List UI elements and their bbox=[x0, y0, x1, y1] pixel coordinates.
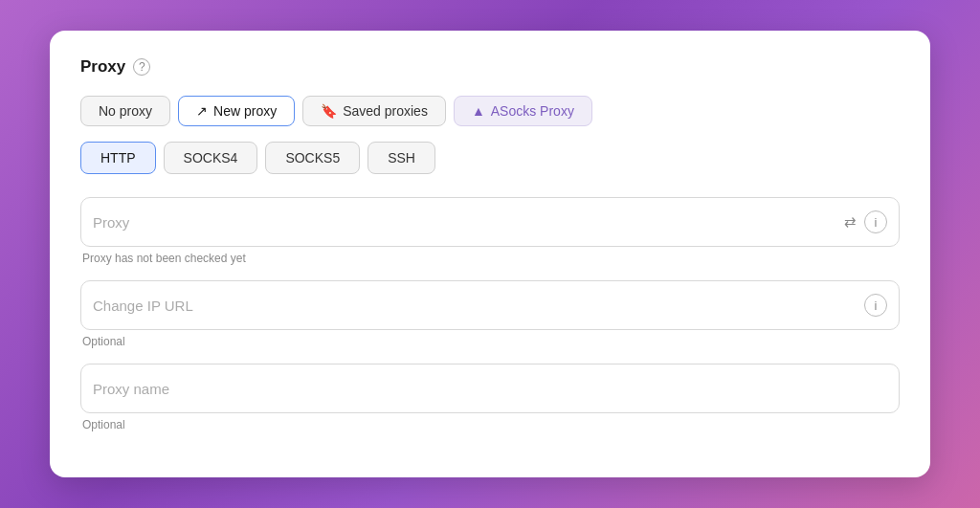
bookmark-icon: 🔖 bbox=[321, 103, 337, 119]
proxy-input[interactable] bbox=[93, 214, 844, 231]
tab-socks5[interactable]: SOCKS5 bbox=[265, 142, 360, 174]
tab-socks4[interactable]: SOCKS4 bbox=[164, 142, 258, 174]
tab-asocks-proxy[interactable]: ▲ ASocks Proxy bbox=[454, 96, 592, 126]
proxy-field-group: ⇄ i Proxy has not been checked yet bbox=[80, 197, 900, 265]
change-ip-input[interactable] bbox=[93, 298, 864, 314]
change-ip-field-group: i Optional bbox=[80, 280, 900, 348]
change-ip-info-icon[interactable]: i bbox=[864, 294, 887, 317]
proxy-name-field-group: Optional bbox=[80, 364, 900, 431]
tab-http[interactable]: HTTP bbox=[80, 142, 156, 174]
proxy-input-actions: ⇄ i bbox=[844, 210, 887, 233]
proxy-input-wrapper: ⇄ i bbox=[80, 197, 900, 247]
card-header: Proxy ? bbox=[80, 57, 900, 77]
tab-ssh[interactable]: SSH bbox=[368, 142, 435, 174]
saved-proxies-label: Saved proxies bbox=[343, 103, 428, 119]
change-ip-hint: Optional bbox=[82, 335, 900, 348]
new-proxy-label: New proxy bbox=[213, 103, 277, 119]
socks4-label: SOCKS4 bbox=[184, 150, 238, 166]
protocol-tabs: HTTP SOCKS4 SOCKS5 SSH bbox=[80, 142, 900, 174]
proxy-info-icon[interactable]: i bbox=[864, 210, 887, 233]
proxy-name-input-wrapper bbox=[80, 364, 900, 413]
tab-no-proxy[interactable]: No proxy bbox=[80, 96, 170, 126]
change-ip-input-wrapper: i bbox=[80, 280, 900, 330]
proxy-hint: Proxy has not been checked yet bbox=[82, 252, 900, 265]
new-proxy-icon: ↗ bbox=[196, 103, 208, 119]
change-ip-input-actions: i bbox=[864, 294, 887, 317]
page-title: Proxy bbox=[80, 57, 125, 77]
proxy-type-tabs: No proxy ↗ New proxy 🔖 Saved proxies ▲ A… bbox=[80, 96, 900, 126]
asocks-icon: ▲ bbox=[472, 103, 485, 119]
tab-saved-proxies[interactable]: 🔖 Saved proxies bbox=[302, 96, 446, 126]
help-icon[interactable]: ? bbox=[133, 58, 150, 76]
tab-new-proxy[interactable]: ↗ New proxy bbox=[178, 96, 295, 126]
proxy-name-input[interactable] bbox=[93, 381, 887, 397]
ssh-label: SSH bbox=[388, 150, 415, 166]
proxy-name-hint: Optional bbox=[82, 418, 900, 431]
proxy-card: Proxy ? No proxy ↗ New proxy 🔖 Saved pro… bbox=[50, 31, 930, 477]
asocks-proxy-label: ASocks Proxy bbox=[491, 103, 574, 119]
no-proxy-label: No proxy bbox=[99, 103, 152, 119]
swap-icon[interactable]: ⇄ bbox=[844, 213, 857, 231]
socks5-label: SOCKS5 bbox=[285, 150, 340, 166]
http-label: HTTP bbox=[100, 150, 136, 166]
